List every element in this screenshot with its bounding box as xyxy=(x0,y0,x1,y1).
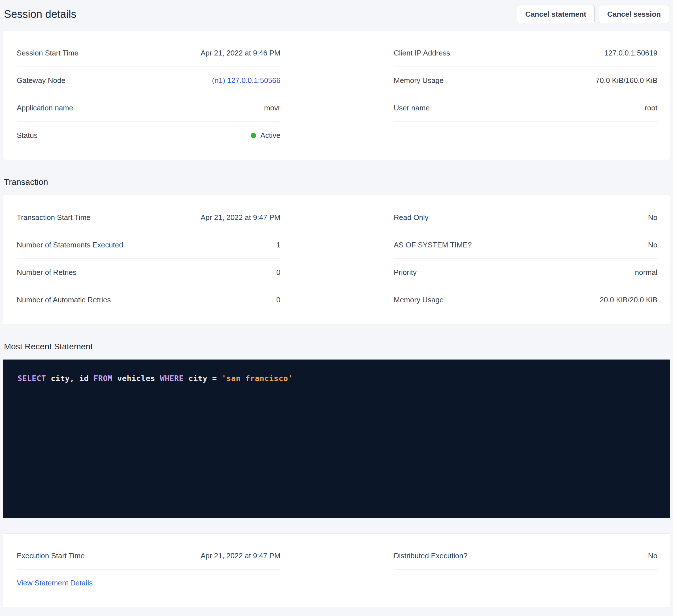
sql-token-keyword: FROM xyxy=(93,374,113,383)
sql-token-plain: city, id xyxy=(46,374,94,383)
row-client-ip-address: Client IP Address 127.0.0.1:50619 xyxy=(394,39,657,67)
row-value: root xyxy=(645,103,657,113)
session-summary-right-column: Client IP Address 127.0.0.1:50619 Memory… xyxy=(394,39,657,149)
row-value: No xyxy=(648,551,657,561)
row-value: normal xyxy=(635,268,657,277)
most-recent-statement-heading: Most Recent Statement xyxy=(4,341,669,352)
row-gateway-node: Gateway Node (n1) 127.0.0.1:50566 xyxy=(17,67,280,94)
execution-right-column: Distributed Execution? No xyxy=(394,542,657,588)
execution-summary-grid: Execution Start Time Apr 21, 2022 at 9:4… xyxy=(17,542,657,588)
row-label: Number of Statements Executed xyxy=(17,240,123,250)
session-summary-left-column: Session Start Time Apr 21, 2022 at 9:46 … xyxy=(17,39,280,149)
header-actions: Cancel statement Cancel session xyxy=(517,5,669,23)
row-status: Status Active xyxy=(17,122,280,149)
view-statement-details-row: View Statement Details xyxy=(17,570,280,588)
row-value: 20.0 KiB/20.0 KiB xyxy=(600,295,657,305)
execution-summary-card: Execution Start Time Apr 21, 2022 at 9:4… xyxy=(3,533,670,608)
session-status: Active xyxy=(251,130,280,140)
row-execution-start-time: Execution Start Time Apr 21, 2022 at 9:4… xyxy=(17,542,280,570)
sql-token-plain: vehicles xyxy=(113,374,160,383)
row-label: Number of Retries xyxy=(17,268,76,277)
row-distributed-execution: Distributed Execution? No xyxy=(394,542,657,570)
most-recent-statement-code: SELECT city, id FROM vehicles WHERE city… xyxy=(3,359,670,518)
row-label: Execution Start Time xyxy=(17,551,85,561)
row-label: Memory Usage xyxy=(394,76,444,85)
row-statements-executed: Number of Statements Executed 1 xyxy=(17,231,280,259)
sql-token-keyword: SELECT xyxy=(18,374,46,383)
transaction-right-column: Read Only No AS OF SYSTEM TIME? No Prior… xyxy=(394,204,657,313)
execution-left-column: Execution Start Time Apr 21, 2022 at 9:4… xyxy=(17,542,280,588)
row-value: 127.0.0.1:50619 xyxy=(604,48,657,58)
row-value: 0 xyxy=(276,268,280,277)
sql-token-plain: city = xyxy=(184,374,222,383)
session-summary-card: Session Start Time Apr 21, 2022 at 9:46 … xyxy=(3,31,670,160)
transaction-summary-card: Transaction Start Time Apr 21, 2022 at 9… xyxy=(3,195,670,324)
transaction-left-column: Transaction Start Time Apr 21, 2022 at 9… xyxy=(17,204,280,313)
row-priority: Priority normal xyxy=(394,259,657,286)
cancel-session-button[interactable]: Cancel session xyxy=(599,5,669,23)
row-label: Status xyxy=(17,130,38,140)
row-label: Gateway Node xyxy=(17,76,65,85)
row-value: 70.0 KiB/160.0 KiB xyxy=(596,76,657,85)
row-label: AS OF SYSTEM TIME? xyxy=(394,240,472,250)
sql-token-keyword: WHERE xyxy=(160,374,184,383)
status-active-dot-icon xyxy=(251,133,256,138)
session-details-page: Session details Cancel statement Cancel … xyxy=(0,0,673,608)
cancel-statement-button[interactable]: Cancel statement xyxy=(517,5,594,23)
row-user-name: User name root xyxy=(394,94,657,122)
row-label: Transaction Start Time xyxy=(17,213,91,222)
row-label: Client IP Address xyxy=(394,48,450,58)
row-value: 1 xyxy=(276,240,280,250)
row-label: Priority xyxy=(394,268,417,277)
row-value: No xyxy=(648,240,657,250)
gateway-node-link[interactable]: (n1) 127.0.0.1:50566 xyxy=(212,76,280,85)
row-value: Apr 21, 2022 at 9:46 PM xyxy=(201,48,280,58)
row-automatic-retries: Number of Automatic Retries 0 xyxy=(17,286,280,313)
sql-token-string: 'san francisco' xyxy=(222,374,293,383)
row-value: 0 xyxy=(276,295,280,305)
row-label: Session Start Time xyxy=(17,48,78,58)
row-value: Apr 21, 2022 at 9:47 PM xyxy=(201,551,280,561)
row-memory-usage: Memory Usage 70.0 KiB/160.0 KiB xyxy=(394,67,657,94)
session-summary-grid: Session Start Time Apr 21, 2022 at 9:46 … xyxy=(17,39,657,149)
sql-statement: SELECT city, id FROM vehicles WHERE city… xyxy=(18,373,655,384)
row-value: Apr 21, 2022 at 9:47 PM xyxy=(201,213,280,222)
row-read-only: Read Only No xyxy=(394,204,657,231)
row-transaction-memory-usage: Memory Usage 20.0 KiB/20.0 KiB xyxy=(394,286,657,313)
row-number-of-retries: Number of Retries 0 xyxy=(17,259,280,286)
row-application-name: Application name movr xyxy=(17,94,280,122)
row-label: Number of Automatic Retries xyxy=(17,295,111,305)
page-title: Session details xyxy=(4,8,76,20)
row-label: Read Only xyxy=(394,213,429,222)
row-value: movr xyxy=(264,103,280,113)
row-label: Memory Usage xyxy=(394,295,444,305)
transaction-section-heading: Transaction xyxy=(4,177,669,188)
row-session-start-time: Session Start Time Apr 21, 2022 at 9:46 … xyxy=(17,39,280,67)
row-label: Distributed Execution? xyxy=(394,551,467,561)
page-header: Session details Cancel statement Cancel … xyxy=(3,0,670,31)
row-label: Application name xyxy=(17,103,73,113)
row-value: No xyxy=(648,213,657,222)
row-transaction-start-time: Transaction Start Time Apr 21, 2022 at 9… xyxy=(17,204,280,231)
status-text: Active xyxy=(260,130,280,140)
view-statement-details-link[interactable]: View Statement Details xyxy=(17,579,92,587)
row-as-of-system-time: AS OF SYSTEM TIME? No xyxy=(394,231,657,259)
row-label: User name xyxy=(394,103,430,113)
transaction-summary-grid: Transaction Start Time Apr 21, 2022 at 9… xyxy=(17,204,657,313)
